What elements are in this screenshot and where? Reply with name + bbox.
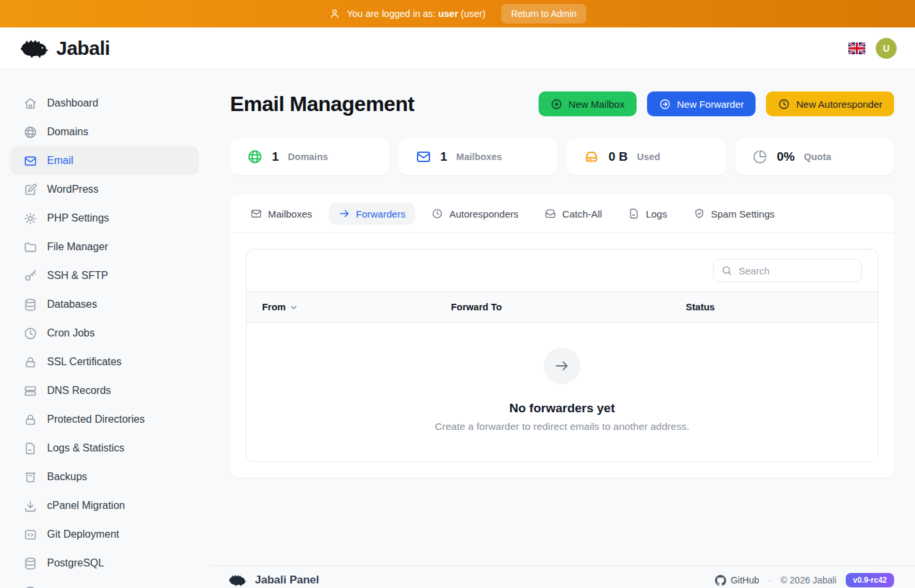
column-header-from[interactable]: From xyxy=(246,302,451,312)
clock-icon xyxy=(431,208,443,220)
tab-bar: Mailboxes Forwarders Autoresponders Catc… xyxy=(230,195,894,233)
stat-value: 1 xyxy=(441,150,448,164)
sidebar-item-label: Protected Directories xyxy=(47,414,144,425)
circle-icon xyxy=(24,585,37,588)
folder-icon xyxy=(24,240,37,254)
sidebar-item-backups[interactable]: Backups xyxy=(10,463,199,491)
footer-brand-name: Jabali Panel xyxy=(255,574,319,587)
user-avatar[interactable]: U xyxy=(876,38,897,59)
sidebar-item-email[interactable]: Email xyxy=(10,146,199,175)
key-icon xyxy=(24,269,37,283)
sidebar-item-cpanel-migration[interactable]: cPanel Migration xyxy=(10,491,199,520)
sidebar-item-label: File Manager xyxy=(47,241,108,253)
table-header-row: From Forward To Status xyxy=(246,291,878,323)
sidebar-item-label: cPanel Migration xyxy=(47,500,125,512)
gear-icon xyxy=(24,212,37,225)
sidebar-item-label: SSL Certificates xyxy=(47,356,122,368)
stat-card-mailboxes: 1 Mailboxes xyxy=(399,139,558,175)
main-content: Email Management New Mailbox New Forward… xyxy=(209,69,915,588)
empty-state-circle xyxy=(544,348,580,384)
mail-icon xyxy=(250,208,262,220)
sidebar: Dashboard Domains Email WordPress PHP Se… xyxy=(0,69,209,588)
empty-state-subtitle: Create a forwarder to redirect emails to… xyxy=(435,421,689,433)
stat-label: Domains xyxy=(288,152,328,162)
hard-drive-icon xyxy=(584,149,599,165)
sidebar-item-dns-records[interactable]: DNS Records xyxy=(10,376,199,405)
stat-value: 0 B xyxy=(608,150,628,164)
sidebar-item-databases[interactable]: Databases xyxy=(10,290,199,319)
sidebar-item-dashboard[interactable]: Dashboard xyxy=(10,89,199,118)
sidebar-item-cron-jobs[interactable]: Cron Jobs xyxy=(10,319,199,348)
tab-spam-settings[interactable]: Spam Settings xyxy=(684,203,785,225)
stats-row: 1 Domains 1 Mailboxes 0 B Used 0% Quota xyxy=(230,139,894,175)
app-header: Jabali U xyxy=(0,27,915,69)
sidebar-item-domains[interactable]: Domains xyxy=(10,118,199,146)
column-header-status: Status xyxy=(686,302,878,312)
sidebar-item-ssh-sftp[interactable]: SSH & SFTP xyxy=(10,261,199,290)
column-header-forward-to: Forward To xyxy=(451,302,686,312)
arrow-right-circle-icon xyxy=(659,98,671,110)
github-icon xyxy=(715,575,726,586)
stat-label: Quota xyxy=(804,152,831,162)
clock-icon xyxy=(24,327,37,340)
sidebar-item-ssl-certificates[interactable]: SSL Certificates xyxy=(10,348,199,376)
logged-in-username: user xyxy=(438,8,458,19)
logged-in-role: (user) xyxy=(461,8,486,19)
page-footer: Jabali Panel GitHub · © 2026 Jabali v0.9… xyxy=(209,565,915,588)
sidebar-item-php-settings[interactable]: PHP Settings xyxy=(10,204,199,233)
sidebar-item-label: Backups xyxy=(47,471,87,483)
code-icon xyxy=(24,528,37,542)
globe-icon xyxy=(24,125,37,139)
page-title: Email Management xyxy=(230,92,414,116)
sidebar-item-label: SSH & SFTP xyxy=(47,270,108,282)
sidebar-item-wordpress[interactable]: WordPress xyxy=(10,175,199,204)
plus-circle-icon xyxy=(550,98,563,110)
arrow-right-icon xyxy=(554,357,571,374)
home-icon xyxy=(24,97,37,110)
stat-card-quota: 0% Quota xyxy=(735,139,895,175)
tab-catch-all[interactable]: Catch-All xyxy=(535,203,612,225)
sidebar-item-label: Git Deployment xyxy=(47,529,119,540)
file-icon xyxy=(24,442,37,455)
database-icon xyxy=(24,557,37,570)
sidebar-item-label: Logs & Statistics xyxy=(47,442,124,454)
new-mailbox-button[interactable]: New Mailbox xyxy=(539,91,637,116)
sidebar-item-label: PostgreSQL xyxy=(47,557,104,569)
empty-state-title: No forwarders yet xyxy=(509,401,615,416)
tab-mailboxes[interactable]: Mailboxes xyxy=(241,203,322,225)
file-icon xyxy=(628,208,640,220)
sidebar-item-label: Email xyxy=(47,155,73,167)
stat-value: 0% xyxy=(777,150,795,164)
person-icon xyxy=(329,8,341,20)
sidebar-item-logs-statistics[interactable]: Logs & Statistics xyxy=(10,434,199,463)
tab-forwarders[interactable]: Forwarders xyxy=(329,203,416,225)
sidebar-item-label: DNS Records xyxy=(47,385,111,397)
github-link[interactable]: GitHub xyxy=(715,575,759,586)
sidebar-item-label: Domains xyxy=(47,126,88,138)
search-icon xyxy=(721,265,733,276)
language-flag-icon[interactable] xyxy=(848,42,865,54)
edit-icon xyxy=(24,183,37,197)
new-forwarder-button[interactable]: New Forwarder xyxy=(647,91,756,116)
new-autoresponder-button[interactable]: New Autoresponder xyxy=(766,91,894,116)
sidebar-item-file-manager[interactable]: File Manager xyxy=(10,233,199,261)
mail-icon xyxy=(416,149,431,165)
sidebar-item-git-deployment[interactable]: Git Deployment xyxy=(10,520,199,549)
boar-logo-icon xyxy=(18,37,50,60)
return-to-admin-button[interactable]: Return to Admin xyxy=(501,4,586,24)
download-icon xyxy=(24,499,37,513)
footer-copyright: © 2026 Jabali xyxy=(780,575,837,585)
tab-autoresponders[interactable]: Autoresponders xyxy=(422,203,528,225)
arrow-right-icon xyxy=(339,208,350,220)
clock-icon xyxy=(778,98,790,110)
search-input[interactable] xyxy=(713,259,862,282)
logged-in-text: You are logged in as: user (user) xyxy=(347,8,486,19)
boar-logo-icon xyxy=(227,573,247,587)
server-icon xyxy=(24,384,37,398)
sidebar-item-partial[interactable] xyxy=(10,578,199,588)
tab-logs[interactable]: Logs xyxy=(618,203,677,225)
sidebar-item-protected-directories[interactable]: Protected Directories xyxy=(10,405,199,434)
empty-state: No forwarders yet Create a forwarder to … xyxy=(246,323,878,461)
globe-icon xyxy=(247,149,263,165)
sidebar-item-postgresql[interactable]: PostgreSQL xyxy=(10,549,199,578)
